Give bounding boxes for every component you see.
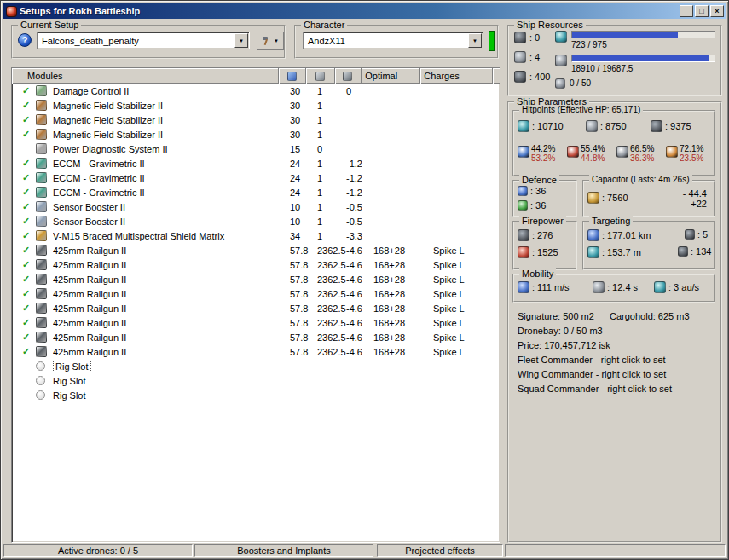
module-row[interactable]: ✓425mm Railgun II57.82362.5-4.6168+28Spi… [12, 344, 500, 359]
module-row[interactable]: ✓Damage Control II3010 [12, 84, 500, 98]
active-drones-pane[interactable]: Active drones: 0 / 5 [3, 544, 193, 557]
resist-explosive: 72.1%23.5% [666, 144, 715, 163]
module-row[interactable]: Power Diagnostic System II150 [12, 141, 500, 156]
module-optimal: 168+28 [367, 289, 426, 299]
setup-combobox[interactable]: Falcons_death_penalty ▼ [37, 32, 250, 49]
help-button[interactable]: ? [18, 33, 32, 47]
rig-slot-row[interactable]: Rig Slot [12, 388, 500, 402]
module-cap-use: -4.6 [339, 260, 367, 270]
module-row[interactable]: ✓425mm Railgun II57.82362.5-4.6168+28Spi… [12, 286, 500, 301]
module-icon [36, 201, 47, 212]
warp-speed-stat: : 3 au/s [654, 281, 699, 293]
module-powergrid: 1 [310, 115, 339, 125]
defence-group: Defence : 36 : 36 [512, 180, 577, 217]
module-row[interactable]: ✓ECCM - Gravimetric II241-1.2 [12, 170, 500, 185]
fleet-commander-text[interactable]: Fleet Commander - right click to set [518, 355, 666, 365]
module-row[interactable]: ✓425mm Railgun II57.82362.5-4.6168+28Spi… [12, 315, 500, 330]
module-optimal: 168+28 [367, 318, 426, 328]
defence-label: Defence [519, 175, 559, 185]
module-name: ECCM - Gravimetric II [53, 173, 283, 183]
column-header-optimal[interactable]: Optimal [362, 68, 420, 84]
module-row[interactable]: ✓ECCM - Gravimetric II241-1.2 [12, 156, 500, 170]
module-name: ECCM - Gravimetric II [53, 159, 283, 169]
module-cpu: 57.8 [283, 274, 310, 285]
module-cpu: 30 [283, 86, 310, 96]
sensor-strength-value: : 134 [691, 246, 711, 257]
module-row[interactable]: ✓Magnetic Field Stabilizer II301 [12, 98, 500, 113]
module-row[interactable]: ✓V-M15 Braced Multispectral Shield Matri… [12, 228, 500, 243]
module-row[interactable]: ✓425mm Railgun II57.82362.5-4.6168+28Spi… [12, 257, 500, 272]
hammer-icon [262, 36, 272, 46]
module-optimal: 168+28 [367, 245, 426, 256]
dropdown-arrow-icon[interactable]: ▼ [234, 33, 248, 48]
cargohold-text: Cargohold: 625 m3 [610, 311, 690, 321]
module-row[interactable]: ✓425mm Railgun II57.82362.5-4.6168+28Spi… [12, 272, 500, 286]
module-cap-use: -1.2 [339, 159, 367, 169]
module-icon [36, 332, 47, 343]
module-cap-use: -4.6 [339, 318, 367, 328]
powergrid-usage-text: 18910 / 19687.5 [571, 64, 633, 73]
calibration-stat: : 400 [514, 71, 550, 83]
module-row[interactable]: ✓Sensor Booster II101-0.5 [12, 214, 500, 228]
dropdown-arrow-icon[interactable]: ▼ [468, 33, 482, 48]
module-name: Sensor Booster II [53, 216, 283, 227]
column-header-modules[interactable]: Modules [12, 68, 279, 84]
column-header-powergrid[interactable] [306, 68, 335, 84]
module-row[interactable]: ✓425mm Railgun II57.82362.5-4.6168+28Spi… [12, 330, 500, 344]
armor-hp-value: : 8750 [600, 121, 627, 131]
rig-slot-row[interactable]: Rig Slot [12, 359, 500, 373]
rig-slot-row[interactable]: Rig Slot [12, 373, 500, 388]
close-button[interactable]: × [710, 5, 724, 17]
modules-list-header: Modules Optimal Charges [12, 68, 500, 84]
character-combobox[interactable]: AndzX11 ▼ [303, 32, 483, 49]
title-bar[interactable]: Setups for Rokh Battleship _ □ × [3, 3, 726, 19]
column-header-capacitor[interactable] [335, 68, 362, 84]
module-powergrid: 1 [310, 159, 339, 169]
speed-value: : 111 m/s [532, 282, 570, 292]
module-cpu: 15 [283, 144, 310, 154]
powergrid-gauge: 18910 / 19687.5 [555, 55, 715, 73]
projected-effects-pane[interactable]: Projected effects [377, 544, 503, 557]
module-icon [36, 143, 47, 154]
structure-hp-value: : 9375 [665, 121, 691, 131]
warp-speed-icon [654, 281, 666, 293]
module-row[interactable]: ✓425mm Railgun II57.82362.5-4.6168+28Spi… [12, 301, 500, 315]
module-row[interactable]: ✓Sensor Booster II101-0.5 [12, 199, 500, 214]
drone-bandwidth-gauge: 0 / 50 [555, 78, 715, 89]
modules-list[interactable]: Modules Optimal Charges ✓Damage Control … [11, 67, 500, 543]
shield-icon [518, 120, 529, 132]
setup-tools-button[interactable]: ▼ [257, 32, 284, 50]
module-cap-use: -4.6 [339, 289, 367, 299]
wing-commander-text[interactable]: Wing Commander - right click to set [518, 369, 666, 379]
cpu-resource-icon [555, 31, 567, 43]
volley-damage-icon [518, 229, 529, 241]
module-row[interactable]: ✓ECCM - Gravimetric II241-1.2 [12, 185, 500, 199]
module-row[interactable]: ✓Magnetic Field Stabilizer II301 [12, 127, 500, 141]
module-icon [36, 346, 47, 357]
turret-hardpoints-value: : 0 [529, 32, 540, 43]
rig-slot-icon [36, 361, 45, 371]
calibration-icon [514, 71, 526, 83]
column-header-charges[interactable]: Charges [420, 68, 493, 84]
minimize-button[interactable]: _ [680, 5, 693, 17]
dps-icon [518, 246, 529, 258]
squad-commander-text[interactable]: Squad Commander - right click to set [518, 384, 672, 394]
mobility-group: Mobility : 111 m/s : 12.4 s : 3 au/s [512, 274, 715, 303]
scan-resolution-value: : 153.7 m [602, 247, 641, 257]
agility-stat: : 12.4 s [593, 281, 638, 293]
module-name: Magnetic Field Stabilizer II [53, 130, 283, 140]
rig-slot-icon [36, 376, 45, 385]
module-charge: Spike L [426, 318, 465, 328]
boosters-implants-pane[interactable]: Boosters and Implants [194, 544, 373, 557]
armor-resist-value: 53.2% [531, 153, 555, 163]
shield-resist-value: 66.5% [630, 144, 654, 153]
maximize-button[interactable]: □ [695, 5, 709, 17]
module-row[interactable]: ✓Magnetic Field Stabilizer II301 [12, 113, 500, 127]
speed-icon [518, 281, 529, 293]
targeting-range-value: : 177.01 km [602, 230, 651, 240]
module-row[interactable]: ✓425mm Railgun II57.82362.5-4.6168+28Spi… [12, 243, 500, 257]
scan-resolution-icon [587, 246, 599, 258]
signature-text: Signature: 500 m2 [518, 311, 594, 321]
column-header-cpu[interactable] [279, 68, 306, 84]
hitpoints-label: Hitpoints (Effective HP: 65,171) [519, 105, 643, 114]
